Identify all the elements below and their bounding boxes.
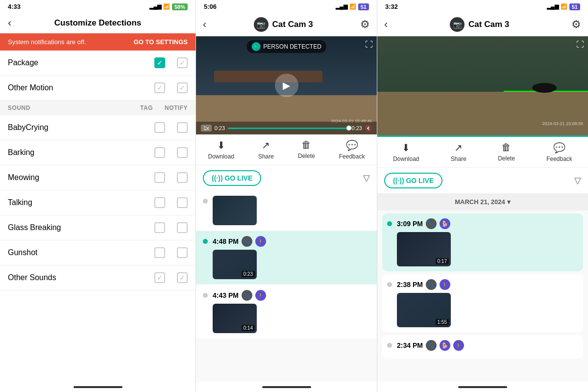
motion-tag-448: 🐾	[242, 236, 252, 247]
feedback-icon-2: 💬	[346, 139, 358, 151]
animal-silhouette-3	[532, 83, 557, 93]
filter-button-3[interactable]: ▽	[574, 175, 581, 186]
label-gunshot: Gunshot	[8, 248, 154, 257]
share-button-2[interactable]: ↗ Share	[258, 139, 274, 160]
event-card-234[interactable]: 2:34 PM 🐾 🐕 🚶	[382, 335, 583, 359]
action-bar-3: ⬇ Download ↗ Share 🗑 Delete 💬 Feedback	[377, 137, 588, 168]
motion-tag-234: 🐾	[426, 340, 437, 351]
video-container-3[interactable]: ⛶ 2024-03-21 15:09:58	[377, 36, 588, 137]
battery-1: 58%	[172, 3, 188, 10]
feedback-button-2[interactable]: 💬 Feedback	[339, 139, 365, 160]
play-button-2[interactable]: ▶	[275, 74, 298, 97]
event-item-443[interactable]: 4:43 PM 🐾 🚶 0:14	[196, 285, 377, 338]
detection-row-package: Package ✓ ✓	[0, 51, 196, 76]
event-info-448: 4:48 PM 🐾 🚶 0:23	[213, 236, 370, 279]
other-motion-tag-checkbox[interactable]: ✓	[154, 82, 165, 93]
meowing-checkboxes	[154, 172, 188, 183]
event-dot-443	[203, 293, 208, 298]
event-time-row-448: 4:48 PM 🐾 🚶	[213, 236, 370, 247]
panel-cat-cam-3-a: 5:06 ▂▄▆ 📶 51 ‹ 📷 Cat Cam 3 ⚙ ▶ 🚶	[196, 0, 377, 392]
cam-name-label-3: Cat Cam 3	[468, 20, 509, 29]
gunshot-notify-cb[interactable]	[177, 247, 188, 258]
gunshot-checkboxes	[154, 247, 188, 258]
settings-button-3[interactable]: ⚙	[571, 18, 581, 31]
feedback-button-3[interactable]: 💬 Feedback	[546, 142, 572, 162]
event-time-309: 3:09 PM	[397, 220, 423, 228]
babycrying-notify-cb[interactable]	[177, 122, 188, 133]
filter-button-2[interactable]: ▽	[363, 173, 370, 183]
download-button-2[interactable]: ⬇ Download	[208, 139, 234, 160]
go-to-settings-button[interactable]: GO TO SETTINGS	[134, 38, 188, 46]
download-label-2: Download	[208, 153, 234, 160]
battery-icon-2: 51	[358, 3, 369, 10]
event-thumb-1[interactable]	[213, 196, 257, 225]
gunshot-tag-cb[interactable]	[154, 247, 165, 258]
back-button-1[interactable]: ‹	[8, 17, 11, 29]
glass-breaking-notify-cb[interactable]	[177, 222, 188, 233]
progress-dot-2	[346, 126, 351, 131]
cam-name-3: 📷 Cat Cam 3	[392, 17, 567, 32]
date-divider-3: MARCH 21, 2024 ▾	[377, 193, 588, 210]
delete-button-3[interactable]: 🗑 Delete	[498, 142, 515, 162]
progress-bar-2[interactable]	[228, 128, 349, 129]
barking-notify-cb[interactable]	[177, 147, 188, 158]
event-thumb-448[interactable]: 0:23	[213, 250, 257, 279]
mute-icon-2[interactable]: 🔇	[365, 125, 372, 131]
event-info-1	[213, 196, 370, 225]
event-card-309[interactable]: 3:09 PM 🐾 🐕 0:17	[382, 213, 583, 271]
tag-label: TAG	[140, 105, 153, 111]
detection-row-gunshot: Gunshot	[0, 240, 196, 265]
go-live-button-2[interactable]: ((·)) GO LIVE	[203, 170, 261, 186]
talking-notify-cb[interactable]	[177, 197, 188, 208]
video-timeline-2: 1x 0:23 0:23 🔇	[201, 125, 372, 131]
back-button-2[interactable]: ‹	[203, 18, 206, 31]
video-container-2[interactable]: ▶ 🚶 PERSON DETECTED ⛶ 2024-03-21 15:48:4…	[196, 36, 377, 134]
talking-tag-cb[interactable]	[154, 197, 165, 208]
delete-button-2[interactable]: 🗑 Delete	[298, 139, 315, 160]
event-thumb-443[interactable]: 0:14	[213, 304, 257, 333]
speed-badge-2[interactable]: 1x	[201, 125, 212, 131]
person-tag-238: 🚶	[440, 279, 450, 290]
cam-icon-2: 📷	[254, 17, 269, 32]
other-motion-notify-checkbox[interactable]: ✓	[177, 82, 188, 93]
share-button-3[interactable]: ↗ Share	[451, 142, 466, 162]
back-button-3[interactable]: ‹	[384, 18, 388, 31]
wifi-icon-3: 📶	[561, 3, 567, 10]
meowing-notify-cb[interactable]	[177, 172, 188, 183]
package-tag-checkbox[interactable]: ✓	[154, 57, 165, 68]
time-1: 4:33	[8, 3, 21, 10]
sound-label: SOUND	[8, 105, 128, 111]
other-sounds-notify-cb[interactable]: ✓	[177, 272, 188, 283]
fullscreen-icon-2[interactable]: ⛶	[365, 40, 373, 49]
label-glass-breaking: Glass Breaking	[8, 223, 154, 232]
go-live-button-3[interactable]: ((·)) GO LIVE	[384, 173, 442, 188]
home-indicator-3	[377, 382, 588, 392]
event-time-234: 2:34 PM	[397, 341, 423, 349]
glass-breaking-tag-cb[interactable]	[154, 222, 165, 233]
event-dot-1	[203, 199, 208, 204]
settings-button-2[interactable]: ⚙	[360, 18, 370, 31]
status-bar-2: 5:06 ▂▄▆ 📶 51	[196, 0, 377, 13]
detection-row-other-motion: Other Motion ✓ ✓	[0, 76, 196, 101]
time-total-2: 0:23	[352, 125, 362, 131]
babycrying-tag-cb[interactable]	[154, 122, 165, 133]
status-icons-2: ▂▄▆ 📶 51	[336, 3, 369, 10]
barking-tag-cb[interactable]	[154, 147, 165, 158]
event-item-1[interactable]	[196, 191, 377, 230]
feedback-label-3: Feedback	[546, 156, 572, 162]
event-item-448[interactable]: 4:48 PM 🐾 🚶 0:23	[196, 231, 377, 284]
event-time-row-309: 3:09 PM 🐾 🐕	[397, 218, 578, 229]
status-bar-3: 3:32 ▂▄▆ 📶 51	[377, 0, 588, 13]
event-thumb-238[interactable]: 1:55	[397, 293, 451, 327]
play-icon-2[interactable]: ▶	[275, 74, 298, 97]
notification-message: System notifications are off.	[8, 38, 86, 46]
download-button-3[interactable]: ⬇ Download	[393, 142, 419, 162]
package-notify-checkbox[interactable]: ✓	[177, 57, 188, 68]
event-card-238[interactable]: 2:38 PM 🐾 🚶 1:55	[382, 274, 583, 332]
checkmark-gray-3: ✓	[179, 84, 185, 92]
event-thumb-309[interactable]: 0:17	[397, 232, 451, 266]
fullscreen-icon-3[interactable]: ⛶	[576, 40, 584, 49]
other-sounds-tag-cb[interactable]: ✓	[154, 272, 165, 283]
meowing-tag-cb[interactable]	[154, 172, 165, 183]
page-title-1: Customize Detections	[54, 18, 142, 28]
